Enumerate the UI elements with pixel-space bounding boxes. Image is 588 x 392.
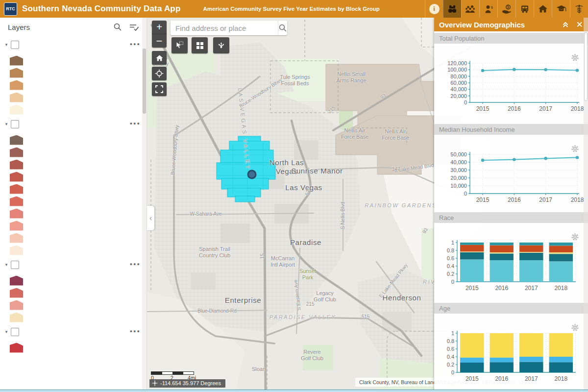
zoom-in-button[interactable]: + [152,21,167,34]
gear-icon [571,323,579,332]
svg-text:2017: 2017 [539,105,552,112]
legend-swatch [10,80,23,90]
home-icon[interactable] [534,0,552,18]
svg-text:0.2: 0.2 [447,271,454,277]
panel-collapse-tab[interactable]: ‹ [147,206,154,230]
search-button[interactable] [278,21,287,35]
legend-class [8,79,147,91]
layer-group: ▾ ●●● [0,118,147,256]
svg-text:0: 0 [464,191,467,196]
legend-swatch [10,300,23,310]
home-icon [155,54,164,62]
person-icon[interactable] [479,0,497,18]
svg-text:0: 0 [464,99,467,105]
legend-class [8,244,147,256]
svg-text:2017: 2017 [525,375,538,382]
legend-class [8,54,147,67]
chart-settings-button[interactable] [568,233,579,241]
layer-checkbox[interactable] [11,261,19,269]
legend-class [8,220,147,232]
binoculars-icon[interactable] [443,0,461,18]
coordinates-readout: -114.654 35.977 Degrees [149,379,225,388]
layers-scrollbar-thumb[interactable] [143,49,146,114]
chart-settings-button[interactable] [568,145,579,153]
overview-scrollbar [584,18,588,392]
full-extent-button[interactable] [152,82,167,96]
svg-text:2017: 2017 [539,196,552,203]
layer-options-icon[interactable]: ●●● [130,121,141,126]
income-hand-icon[interactable] [497,0,515,18]
legend-swatch [10,288,23,298]
section-header: Median Household Income [434,124,588,135]
search-input[interactable] [171,21,278,35]
gear-icon [571,53,579,62]
graduation-cap-icon[interactable] [552,0,570,18]
legend-swatch [10,68,23,78]
info-icon[interactable]: i [425,0,443,18]
overview-scrollbar-thumb[interactable] [584,32,588,101]
layer-filter-icon[interactable] [129,23,139,31]
layer-group: ▾ ●●● [0,38,147,116]
legend-swatch [10,135,23,145]
expand-caret-icon[interactable]: ▾ [3,42,10,47]
legend-class [8,103,147,116]
chart-card: 0 0.2 0.4 0.6 0.8 12015201620172018 [434,314,588,392]
layer-checkbox[interactable] [11,120,19,128]
legend-swatch [10,245,23,255]
page-bottom-strip [0,390,588,392]
collapse-panel-icon[interactable] [562,21,569,28]
svg-text:80,000: 80,000 [450,74,467,79]
legend-class [8,299,147,311]
svg-text:0: 0 [451,279,454,285]
legend-class [8,134,147,146]
chart: 0 10,000 20,000 30,000 40,000 50,000 201… [437,135,584,209]
app-title: Southern Nevada Community Data App [22,4,181,14]
basemap-gallery-button[interactable] [192,37,208,53]
layer-checkbox[interactable] [11,41,19,49]
nearby-share-button[interactable] [213,37,229,53]
close-panel-icon[interactable]: ✕ [576,21,583,29]
svg-text:120,000: 120,000 [447,60,467,66]
layer-search-icon[interactable] [113,23,122,31]
home-extent-button[interactable] [152,51,167,65]
rtc-logo: RTC [4,2,17,16]
chart: 0 20,000 40,000 60,000 80,000 100,000 12… [437,44,584,118]
legend-swatch [10,184,23,194]
layer-options-icon[interactable]: ●●● [130,262,141,267]
chart: 0 0.2 0.4 0.6 0.8 12015201620172018 [437,223,584,297]
grid-icon [196,42,204,49]
svg-text:2016: 2016 [495,285,508,292]
people-group-icon[interactable] [461,0,479,18]
chart-settings-button[interactable] [568,323,579,332]
expand-caret-icon[interactable]: ▾ [3,122,10,126]
layer-checkbox[interactable] [11,328,19,336]
expand-caret-icon[interactable]: ▾ [3,329,10,334]
svg-text:2015: 2015 [466,375,479,382]
overview-panel-header: Overview Demographics ✕ [434,18,588,31]
select-tool-button[interactable] [172,37,188,53]
svg-text:0.6: 0.6 [447,346,454,352]
section-header: Age [434,303,588,314]
zoom-out-button[interactable]: − [152,34,167,48]
my-location-button[interactable] [152,67,167,80]
layer-options-icon[interactable]: ●●● [130,329,141,334]
layer-options-icon[interactable]: ●●● [130,42,141,47]
layers-scrollbar [142,18,147,392]
expand-caret-icon[interactable]: ▾ [3,262,10,267]
svg-text:1: 1 [451,240,454,245]
svg-text:2017: 2017 [525,285,538,292]
chart-settings-button[interactable] [568,53,579,62]
legend-class [8,158,147,171]
svg-text:20,000: 20,000 [450,175,467,181]
bus-icon[interactable] [515,0,534,18]
overview-panel-title: Overview Demographics [439,21,555,29]
info-glyph: i [429,4,440,14]
extent-icon [155,85,163,93]
app-header: RTC Southern Nevada Community Data App A… [0,0,588,18]
legend-swatch [10,313,23,322]
overview-sections: Total Population 0 20,000 40,000 60,000 … [434,33,588,392]
layer-legend [0,274,147,323]
address-search [171,21,287,35]
caduceus-icon[interactable] [570,0,588,18]
legend-swatch [10,93,23,102]
